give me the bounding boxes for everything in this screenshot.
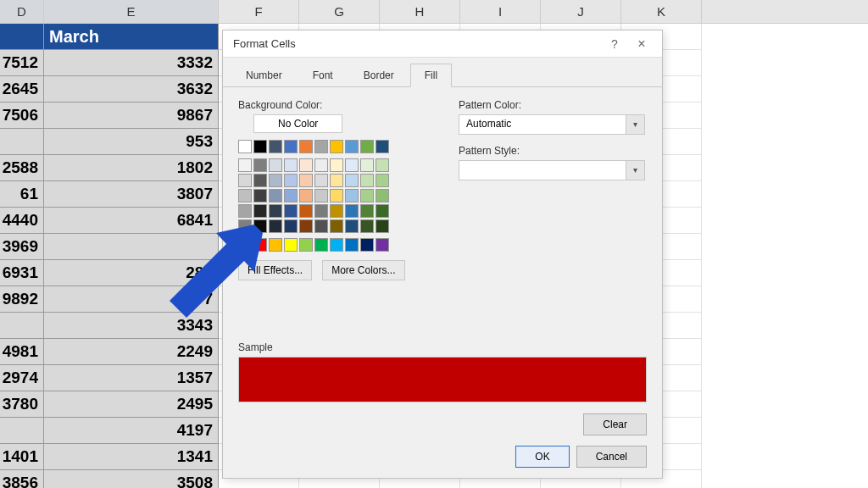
color-swatch[interactable]: [330, 238, 343, 252]
data-cell[interactable]: 3780: [0, 391, 44, 418]
color-swatch[interactable]: [360, 158, 374, 172]
color-swatch[interactable]: [330, 158, 343, 172]
data-cell[interactable]: [0, 129, 44, 155]
more-colors-button[interactable]: More Colors...: [322, 260, 404, 280]
color-swatch[interactable]: [360, 189, 374, 202]
color-swatch[interactable]: [253, 189, 267, 202]
header-cell[interactable]: [0, 24, 44, 50]
color-swatch[interactable]: [345, 238, 359, 252]
color-swatch[interactable]: [330, 219, 343, 233]
color-swatch[interactable]: [376, 204, 389, 218]
data-cell[interactable]: 9867: [44, 103, 219, 129]
clear-button[interactable]: Clear: [583, 413, 647, 435]
data-cell[interactable]: 2645: [0, 76, 44, 103]
data-cell[interactable]: 61: [0, 181, 44, 208]
color-swatch[interactable]: [314, 189, 328, 202]
column-header-F[interactable]: F: [219, 0, 299, 23]
close-button[interactable]: ×: [628, 36, 655, 52]
data-cell[interactable]: 1401: [0, 444, 44, 470]
color-swatch[interactable]: [345, 174, 359, 187]
color-swatch[interactable]: [253, 158, 267, 172]
data-cell[interactable]: 282: [44, 260, 219, 286]
color-swatch[interactable]: [299, 140, 313, 153]
color-swatch[interactable]: [238, 219, 252, 233]
color-swatch[interactable]: [284, 204, 298, 218]
tab-font[interactable]: Font: [298, 64, 348, 87]
column-header-E[interactable]: E: [44, 0, 219, 23]
data-cell[interactable]: 2588: [0, 155, 44, 181]
color-swatch[interactable]: [376, 238, 389, 252]
data-cell[interactable]: 1341: [44, 444, 219, 470]
data-cell[interactable]: [0, 418, 44, 444]
color-swatch[interactable]: [360, 238, 374, 252]
color-swatch[interactable]: [314, 238, 328, 252]
color-swatch[interactable]: [314, 174, 328, 187]
color-swatch[interactable]: [376, 189, 389, 202]
color-swatch[interactable]: [284, 158, 298, 172]
color-swatch[interactable]: [314, 219, 328, 233]
data-cell[interactable]: 7512: [0, 50, 44, 76]
color-swatch[interactable]: [314, 204, 328, 218]
cancel-button[interactable]: Cancel: [576, 446, 647, 468]
color-swatch[interactable]: [284, 219, 298, 233]
data-cell[interactable]: 4197: [44, 418, 219, 444]
data-cell[interactable]: 3969: [0, 234, 44, 260]
color-swatch[interactable]: [345, 219, 359, 233]
color-swatch[interactable]: [330, 140, 343, 153]
color-swatch[interactable]: [376, 174, 389, 187]
color-swatch[interactable]: [376, 140, 389, 153]
color-swatch[interactable]: [376, 219, 389, 233]
color-swatch-none[interactable]: [238, 140, 252, 153]
data-cell[interactable]: 6841: [44, 208, 219, 234]
data-cell[interactable]: 3343: [44, 313, 219, 339]
ok-button[interactable]: OK: [515, 446, 569, 468]
data-cell[interactable]: 2495: [44, 391, 219, 418]
color-swatch[interactable]: [284, 140, 298, 153]
column-header-I[interactable]: I: [460, 0, 541, 23]
color-swatch[interactable]: [376, 158, 389, 172]
data-cell[interactable]: 9892: [0, 286, 44, 313]
help-button[interactable]: ?: [601, 37, 628, 51]
data-cell[interactable]: 4440: [0, 208, 44, 234]
color-swatch[interactable]: [360, 204, 374, 218]
color-swatch[interactable]: [299, 158, 313, 172]
color-swatch[interactable]: [360, 174, 374, 187]
color-swatch[interactable]: [299, 204, 313, 218]
color-swatch[interactable]: [345, 189, 359, 202]
data-cell[interactable]: 3856: [0, 470, 44, 488]
color-swatch[interactable]: [269, 174, 282, 187]
color-swatch[interactable]: [314, 158, 328, 172]
color-swatch[interactable]: [345, 140, 359, 153]
data-cell[interactable]: 2974: [0, 365, 44, 391]
color-swatch[interactable]: [360, 140, 374, 153]
data-cell[interactable]: 3508: [44, 470, 219, 488]
column-header-K[interactable]: K: [621, 0, 702, 23]
data-cell[interactable]: 1357: [44, 365, 219, 391]
color-swatch[interactable]: [299, 238, 313, 252]
data-cell[interactable]: [0, 313, 44, 339]
color-swatch[interactable]: [253, 219, 267, 233]
data-cell[interactable]: 7: [44, 286, 219, 313]
data-cell[interactable]: 1802: [44, 155, 219, 181]
data-cell[interactable]: [44, 234, 219, 260]
pattern-color-dropdown[interactable]: Automatic ▾: [459, 114, 645, 135]
data-cell[interactable]: 3807: [44, 181, 219, 208]
color-swatch[interactable]: [330, 204, 343, 218]
color-swatch[interactable]: [284, 238, 298, 252]
color-swatch[interactable]: [360, 219, 374, 233]
color-swatch[interactable]: [284, 174, 298, 187]
tab-fill[interactable]: Fill: [410, 64, 452, 87]
color-swatch[interactable]: [269, 238, 282, 252]
color-swatch[interactable]: [299, 189, 313, 202]
color-swatch[interactable]: [253, 140, 267, 153]
data-cell[interactable]: 3632: [44, 76, 219, 103]
color-swatch[interactable]: [269, 140, 282, 153]
data-cell[interactable]: 4981: [0, 339, 44, 365]
tab-number[interactable]: Number: [231, 64, 297, 87]
color-swatch[interactable]: [299, 174, 313, 187]
color-swatch[interactable]: [299, 219, 313, 233]
color-swatch[interactable]: [238, 189, 252, 202]
no-color-button[interactable]: No Color: [253, 114, 342, 133]
color-swatch[interactable]: [345, 158, 359, 172]
data-cell[interactable]: 2249: [44, 339, 219, 365]
